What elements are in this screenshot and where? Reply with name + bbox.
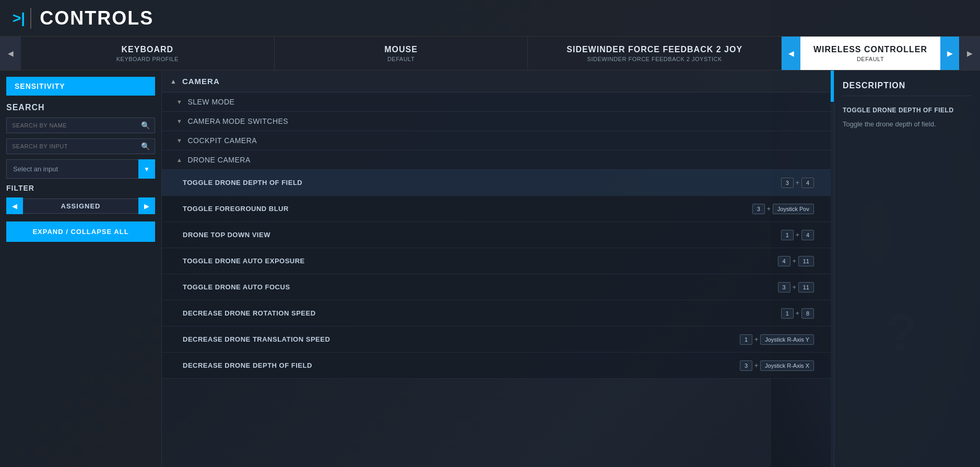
key-3d: 3	[740, 360, 752, 371]
header: >| CONTROLS	[0, 0, 980, 37]
slew-mode-label: SLEW MODE	[187, 98, 234, 106]
key-joystick-raxis-y: Joystick R-Axis Y	[760, 334, 814, 345]
filter-section-label: FILTER	[6, 184, 155, 192]
tab-sidewinder[interactable]: SIDEWINDER FORCE FEEDBACK 2 JOY SIDEWIND…	[528, 37, 782, 70]
key-plus-5: +	[793, 284, 796, 291]
key-1b: 1	[781, 308, 794, 319]
key-3c: 3	[778, 282, 790, 293]
subcategory-drone-camera[interactable]: ▲ DRONE CAMERA	[162, 150, 831, 170]
drone-camera-label: DRONE CAMERA	[187, 156, 250, 164]
description-panel: DESCRIPTION TOGGLE DRONE DEPTH OF FIELD …	[834, 71, 980, 467]
filter-value: ASSIGNED	[23, 199, 138, 214]
key-4c: 4	[778, 256, 790, 266]
camera-arrow-icon: ▲	[170, 78, 177, 85]
search-by-name-wrap: 🔍	[6, 118, 155, 133]
binding-drone-top-down[interactable]: DRONE TOP DOWN VIEW 1 + 4	[162, 222, 831, 248]
tab-mouse[interactable]: MOUSE DEFAULT	[275, 37, 528, 70]
slew-mode-arrow-icon: ▼	[176, 99, 182, 105]
filter-next-button[interactable]: ▶	[138, 197, 155, 214]
description-title: DESCRIPTION	[843, 81, 972, 96]
binding-keys-foreground-blur: 3 + Joystick Pov	[699, 204, 814, 214]
tab-keyboard[interactable]: KEYBOARD KEYBOARD PROFILE	[21, 37, 275, 70]
search-by-name-input[interactable]	[6, 118, 155, 133]
binding-toggle-drone-auto-exposure[interactable]: TOGGLE DRONE AUTO EXPOSURE 4 + 11	[162, 248, 831, 274]
binding-keys-rotation: 1 + 8	[699, 308, 814, 319]
tab-prev-button[interactable]: ◀	[0, 37, 21, 70]
main-content: ▲ CAMERA ▼ SLEW MODE ▼ CAMERA MODE SWITC…	[162, 71, 831, 467]
camera-label: CAMERA	[182, 77, 220, 86]
binding-toggle-foreground-blur[interactable]: TOGGLE FOREGROUND BLUR 3 + Joystick Pov	[162, 196, 831, 222]
sensitivity-button[interactable]: SENSITIVITY	[6, 77, 155, 96]
key-3: 3	[781, 178, 794, 188]
binding-keys-top-down: 1 + 4	[699, 230, 814, 240]
select-input-dropdown[interactable]: Select an input	[6, 159, 155, 179]
search-section-label: SEARCH	[6, 103, 155, 112]
subcategory-slew-mode[interactable]: ▼ SLEW MODE	[162, 92, 831, 112]
controls-list: ▲ CAMERA ▼ SLEW MODE ▼ CAMERA MODE SWITC…	[162, 71, 831, 467]
tab-wireless[interactable]: ◀ WIRELESS CONTROLLER DEFAULT ▶	[782, 37, 959, 70]
key-3b: 3	[752, 204, 765, 214]
drone-camera-arrow-icon: ▲	[176, 157, 182, 163]
subcategory-camera-mode[interactable]: ▼ CAMERA MODE SWITCHES	[162, 112, 831, 131]
header-divider	[30, 8, 31, 29]
key-plus-8: +	[754, 362, 758, 369]
binding-keys-depth: 3 + Joystick R-Axis X	[699, 360, 814, 371]
description-text: Toggle the drone depth of field.	[843, 119, 972, 130]
key-joystick-raxis-x: Joystick R-Axis X	[760, 360, 814, 371]
content-area: SENSITIVITY SEARCH 🔍 🔍 Select an input ▼…	[0, 71, 980, 467]
header-icon: >|	[13, 10, 25, 27]
filter-prev-button[interactable]: ◀	[6, 197, 23, 214]
search-input-icon: 🔍	[141, 142, 150, 150]
tab-next-button[interactable]: ▶	[959, 37, 980, 70]
page-title: CONTROLS	[40, 7, 154, 29]
key-4b: 4	[801, 230, 814, 240]
description-action-name: TOGGLE DRONE DEPTH OF FIELD	[843, 107, 972, 114]
subcategory-cockpit-camera[interactable]: ▼ COCKPIT CAMERA	[162, 131, 831, 150]
binding-decrease-drone-translation[interactable]: DECREASE DRONE TRANSLATION SPEED 1 + Joy…	[162, 326, 831, 353]
wireless-tab-name: WIRELESS CONTROLLER	[813, 45, 927, 54]
select-input-wrap: Select an input ▼	[6, 159, 155, 179]
key-11b: 11	[798, 282, 814, 293]
binding-toggle-drone-auto-focus[interactable]: TOGGLE DRONE AUTO FOCUS 3 + 11	[162, 274, 831, 300]
key-8: 8	[801, 308, 814, 319]
wireless-tab-next[interactable]: ▶	[940, 37, 959, 70]
key-1c: 1	[740, 334, 752, 345]
expand-collapse-button[interactable]: EXPAND / COLLAPSE ALL	[6, 221, 155, 242]
search-by-input-wrap: 🔍	[6, 138, 155, 154]
key-plus-1: +	[796, 179, 799, 186]
camera-mode-arrow-icon: ▼	[176, 118, 182, 124]
binding-decrease-drone-rotation[interactable]: DECREASE DRONE ROTATION SPEED 1 + 8	[162, 300, 831, 326]
key-plus-4: +	[793, 258, 796, 265]
key-plus-3: +	[796, 231, 799, 239]
cockpit-camera-arrow-icon: ▼	[176, 137, 182, 144]
filter-nav: ◀ ASSIGNED ▶	[6, 197, 155, 214]
scroll-thumb	[831, 71, 834, 102]
wireless-tab-profile: DEFAULT	[857, 56, 884, 62]
camera-mode-label: CAMERA MODE SWITCHES	[187, 117, 288, 125]
tab-bar: ◀ KEYBOARD KEYBOARD PROFILE MOUSE DEFAUL…	[0, 37, 980, 71]
binding-keys-translation: 1 + Joystick R-Axis Y	[699, 334, 814, 345]
binding-decrease-drone-depth[interactable]: DECREASE DRONE DEPTH OF FIELD 3 + Joysti…	[162, 353, 831, 379]
scrollbar[interactable]	[831, 71, 834, 467]
key-11: 11	[798, 256, 814, 266]
key-joystick-pov: Joystick Pov	[773, 204, 814, 214]
key-plus-7: +	[754, 336, 758, 343]
cockpit-camera-label: COCKPIT CAMERA	[187, 136, 257, 145]
binding-keys-auto-exposure: 4 + 11	[699, 256, 814, 266]
key-4: 4	[801, 178, 814, 188]
binding-keys-auto-focus: 3 + 11	[699, 282, 814, 293]
key-plus-6: +	[796, 310, 799, 317]
search-by-input-input[interactable]	[6, 138, 155, 154]
search-name-icon: 🔍	[141, 121, 150, 130]
wireless-tab-prev[interactable]: ◀	[782, 37, 800, 70]
key-plus-2: +	[767, 205, 771, 213]
binding-keys-toggle-drone-dof: 3 + 4	[699, 178, 814, 188]
key-1: 1	[781, 230, 794, 240]
binding-toggle-drone-dof[interactable]: TOGGLE DRONE DEPTH OF FIELD 3 + 4	[162, 170, 831, 196]
category-camera[interactable]: ▲ CAMERA	[162, 71, 831, 92]
sidebar: SENSITIVITY SEARCH 🔍 🔍 Select an input ▼…	[0, 71, 162, 467]
